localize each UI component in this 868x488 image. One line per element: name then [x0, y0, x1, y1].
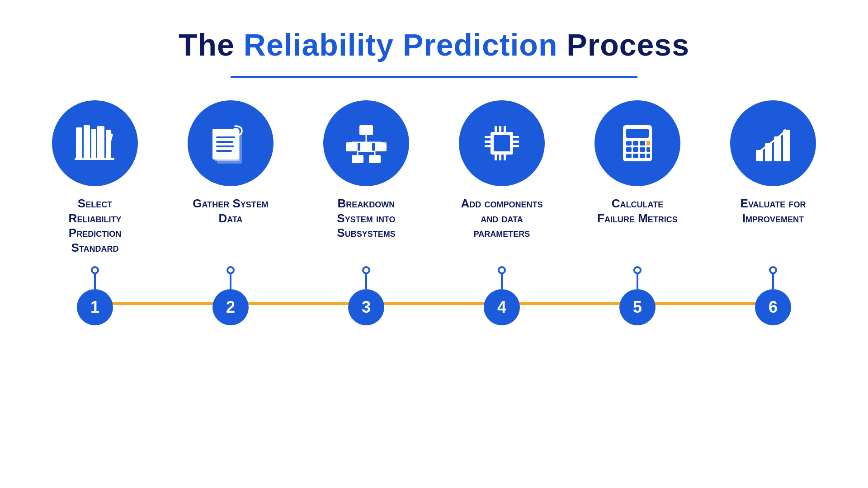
timeline-node-1: 1 — [27, 266, 163, 325]
svg-rect-5 — [75, 158, 114, 160]
svg-rect-54 — [626, 154, 632, 158]
step-5-icon — [594, 100, 680, 186]
step-5: CalculateFailure Metrics — [570, 100, 705, 250]
page-title: The Reliability Prediction Process — [179, 27, 689, 62]
svg-rect-46 — [626, 141, 632, 145]
svg-rect-11 — [216, 136, 235, 138]
step-3-icon — [323, 100, 409, 186]
step-6-icon — [730, 100, 816, 186]
svg-rect-61 — [783, 130, 790, 161]
step-6: Evaluate forImprovement — [705, 100, 841, 250]
svg-rect-55 — [633, 154, 638, 158]
step-1-icon — [52, 100, 138, 186]
step-1-label: SelectReliabilityPredictionStandard — [69, 196, 122, 255]
node-number-6: 6 — [755, 289, 791, 325]
svg-rect-48 — [640, 141, 645, 145]
svg-rect-10 — [212, 129, 239, 160]
timeline-nodes: 1 2 3 4 5 6 — [27, 266, 841, 325]
svg-rect-12 — [216, 141, 233, 143]
node-stem-2 — [230, 273, 231, 289]
timeline-section: 1 2 3 4 5 6 — [27, 268, 841, 323]
step-3: BreakdownSystem intoSubsystems — [298, 100, 434, 250]
svg-rect-38 — [495, 126, 497, 132]
node-number-5: 5 — [619, 289, 656, 325]
svg-rect-20 — [375, 142, 387, 151]
svg-rect-1 — [84, 125, 90, 159]
timeline-node-2: 2 — [163, 266, 298, 325]
svg-rect-45 — [626, 129, 649, 138]
step-2: Gather SystemData — [163, 100, 298, 250]
svg-rect-15 — [359, 125, 373, 135]
svg-rect-34 — [485, 145, 491, 147]
svg-rect-43 — [504, 155, 506, 160]
svg-rect-41 — [495, 155, 497, 160]
svg-rect-56 — [640, 154, 645, 158]
svg-rect-50 — [626, 147, 632, 152]
svg-rect-36 — [513, 141, 519, 143]
timeline-node-3: 3 — [298, 266, 434, 325]
svg-rect-33 — [485, 141, 491, 143]
node-number-2: 2 — [212, 289, 249, 325]
steps-section: SelectReliabilityPredictionStandard Gath… — [27, 100, 841, 255]
step-5-label: CalculateFailure Metrics — [597, 196, 678, 250]
node-stem-5 — [637, 273, 638, 289]
svg-rect-49 — [646, 141, 650, 145]
node-stem-1 — [94, 273, 96, 289]
svg-rect-25 — [369, 155, 381, 163]
svg-rect-52 — [640, 147, 645, 152]
node-number-1: 1 — [77, 289, 113, 325]
svg-rect-31 — [494, 135, 510, 151]
svg-rect-32 — [485, 136, 491, 138]
svg-rect-51 — [633, 147, 638, 152]
title-divider — [231, 76, 637, 78]
node-stem-3 — [365, 273, 367, 289]
svg-rect-24 — [352, 155, 363, 163]
step-4-label: Add componentsand dataparameters — [461, 196, 542, 250]
svg-rect-39 — [499, 126, 501, 132]
svg-rect-2 — [91, 129, 96, 159]
node-number-4: 4 — [484, 289, 520, 325]
svg-rect-53 — [646, 147, 650, 152]
svg-rect-35 — [513, 136, 519, 138]
title-section: The Reliability Prediction Process — [179, 27, 689, 78]
svg-rect-57 — [646, 154, 650, 158]
svg-rect-0 — [76, 127, 82, 159]
svg-rect-3 — [97, 126, 104, 159]
timeline-node-4: 4 — [434, 266, 570, 325]
step-1: SelectReliabilityPredictionStandard — [27, 100, 163, 255]
svg-rect-40 — [504, 126, 506, 132]
step-4-icon — [459, 100, 545, 186]
timeline-node-6: 6 — [705, 266, 841, 325]
step-2-icon — [188, 100, 274, 186]
node-stem-4 — [501, 273, 503, 289]
svg-rect-13 — [216, 145, 234, 147]
svg-rect-37 — [513, 145, 519, 147]
node-number-3: 3 — [348, 289, 384, 325]
step-4: Add componentsand dataparameters — [434, 100, 570, 250]
step-6-label: Evaluate forImprovement — [741, 196, 806, 250]
step-3-label: BreakdownSystem intoSubsystems — [337, 196, 395, 250]
step-2-label: Gather SystemData — [193, 196, 268, 250]
timeline-node-5: 5 — [570, 266, 705, 325]
svg-rect-42 — [499, 155, 501, 160]
node-stem-6 — [772, 273, 774, 289]
svg-rect-14 — [216, 150, 232, 152]
svg-rect-47 — [633, 141, 638, 145]
svg-rect-18 — [346, 142, 358, 151]
